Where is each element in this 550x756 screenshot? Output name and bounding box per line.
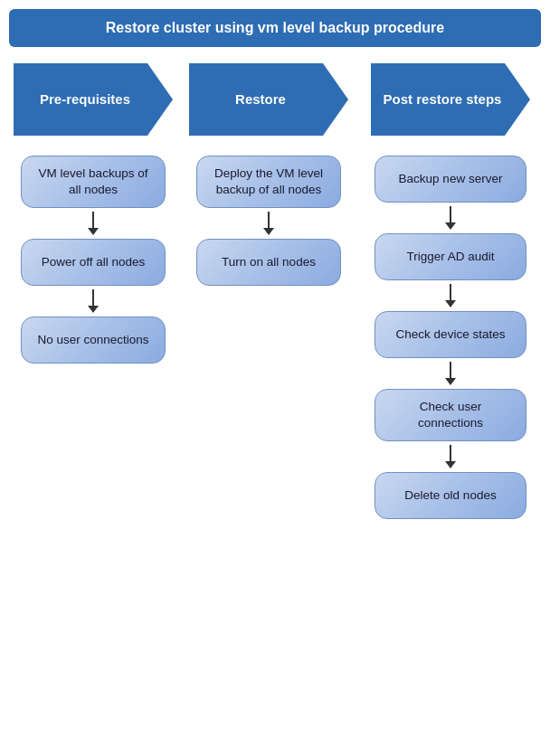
node-no-user: No user connections	[21, 317, 166, 364]
connector-arrow	[445, 222, 456, 230]
connector-7	[445, 445, 456, 468]
restore-label: Restore	[235, 90, 302, 109]
connector-arrow	[445, 300, 456, 307]
connector-line	[450, 206, 451, 222]
connector-arrow	[88, 306, 99, 313]
connector-4	[445, 206, 456, 230]
node-power-off: Power off all nodes	[21, 239, 166, 286]
column-prereq: Pre-requisites VM level backups of all n…	[9, 63, 177, 364]
diagram-title: Restore cluster using vm level backup pr…	[9, 9, 541, 47]
column-restore: Restore Deploy the VM level backup of al…	[185, 63, 353, 286]
postrestore-label: Post restore steps	[384, 90, 518, 109]
connector-line	[450, 284, 451, 300]
node-turn-on: Turn on all nodes	[196, 239, 341, 286]
connector-line	[92, 212, 94, 228]
node-backup-server: Backup new server	[375, 156, 526, 203]
node-vm-backups: VM level backups of all nodes	[21, 156, 166, 208]
connector-arrow	[445, 461, 456, 468]
connector-line	[268, 212, 270, 228]
column-postrestore: Post restore steps Backup new server Tri…	[360, 63, 541, 519]
columns-layout: Pre-requisites VM level backups of all n…	[9, 63, 541, 519]
connector-line	[92, 289, 94, 306]
postrestore-header: Post restore steps	[371, 63, 530, 136]
connector-arrow	[88, 228, 99, 235]
connector-2	[88, 289, 99, 313]
diagram-container: Restore cluster using vm level backup pr…	[9, 9, 541, 519]
prereq-label: Pre-requisites	[40, 90, 147, 109]
node-check-device: Check device states	[375, 311, 526, 358]
connector-6	[445, 362, 456, 385]
connector-arrow	[445, 378, 456, 385]
connector-arrow	[263, 228, 274, 235]
connector-line	[450, 445, 451, 461]
connector-line	[450, 362, 451, 378]
restore-header: Restore	[189, 63, 348, 136]
prereq-header: Pre-requisites	[14, 63, 173, 136]
node-deploy-vm: Deploy the VM level backup of all nodes	[196, 156, 341, 208]
connector-5	[445, 284, 456, 307]
connector-1	[88, 212, 99, 235]
node-trigger-ad: Trigger AD audit	[375, 233, 526, 280]
node-check-user: Check user connections	[375, 389, 526, 441]
connector-3	[263, 212, 274, 235]
node-delete-old: Delete old nodes	[375, 472, 526, 519]
